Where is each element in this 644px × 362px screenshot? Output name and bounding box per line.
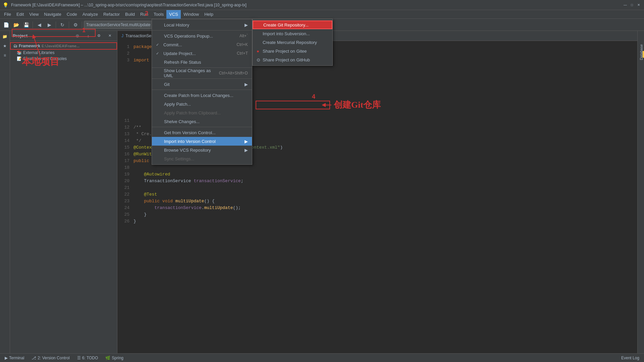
locate-file-button[interactable]: ◎ bbox=[73, 31, 82, 41]
menubar: File Edit View Navigate Code Analyze Ref… bbox=[0, 10, 644, 19]
menu-commit[interactable]: ✓ Commit... Ctrl+K bbox=[152, 40, 252, 49]
right-sidebar: Database bbox=[637, 31, 644, 353]
menu-file[interactable]: File bbox=[1, 10, 14, 19]
framework-label: Framework bbox=[19, 44, 40, 48]
run-config-dropdown[interactable]: TransactionServiceTest.multiUpdate ▾ bbox=[84, 21, 156, 29]
menu-build[interactable]: Build bbox=[122, 10, 138, 19]
vcs-dropdown-menu: Local History ▶ VCS Operations Popup... … bbox=[152, 19, 252, 165]
project-folder-icon: 🗂 bbox=[13, 44, 17, 48]
menu-refactor[interactable]: Refactor bbox=[101, 10, 122, 19]
menu-create-patch[interactable]: Create Patch from Local Changes... bbox=[152, 91, 252, 100]
close-button[interactable]: ✕ bbox=[636, 2, 641, 8]
menu-git[interactable]: Git ▶ bbox=[152, 80, 252, 89]
menu-analyze[interactable]: Analyze bbox=[80, 10, 101, 19]
code-line-18 bbox=[133, 164, 635, 171]
menu-help[interactable]: Help bbox=[202, 10, 216, 19]
uml-label: Show Local Changes as UML bbox=[164, 68, 219, 78]
project-title: Project bbox=[13, 33, 28, 38]
spring-label: Spring bbox=[112, 356, 123, 360]
refresh-label: Refresh File Status bbox=[164, 60, 201, 65]
project-tree: 🗂 Framework E:\Java\IDEA\Frame... 📚 Exte… bbox=[10, 41, 117, 353]
window-controls: — □ ✕ bbox=[623, 2, 641, 8]
update-label: Update Project... bbox=[163, 51, 196, 56]
toolbar-separator-2 bbox=[56, 21, 56, 28]
back-button[interactable]: ◀ bbox=[35, 20, 44, 30]
menu-local-history[interactable]: Local History ▶ bbox=[152, 20, 252, 29]
menu-import-vc[interactable]: Import into Version Control ▶ bbox=[152, 137, 252, 146]
sidebar-favorites-icon[interactable]: ★ bbox=[1, 42, 9, 50]
code-line-26: } bbox=[133, 218, 635, 225]
uml-shortcut: Ctrl+Alt+Shift+D bbox=[219, 71, 248, 75]
submenu-arrow-local: ▶ bbox=[245, 22, 248, 28]
gitee-icon: ● bbox=[257, 49, 263, 54]
menu-edit[interactable]: Edit bbox=[14, 10, 26, 19]
code-line-23: public void multiUpdate() { bbox=[133, 198, 635, 205]
menu-run[interactable]: Run bbox=[138, 10, 151, 19]
terminal-tab[interactable]: ▶ Terminal bbox=[1, 354, 28, 362]
open-button[interactable]: 📂 bbox=[11, 20, 21, 30]
submenu-gitee[interactable]: ● Share Project on Gitee bbox=[253, 47, 332, 55]
menu-code[interactable]: Code bbox=[64, 10, 80, 19]
code-line-25: } bbox=[133, 211, 635, 218]
tree-item-external-libraries[interactable]: 📚 External Libraries bbox=[10, 50, 117, 56]
todo-label: 6: TODO bbox=[82, 356, 98, 360]
line-numbers: 1 2 3 11 12 13 14 15 16 17 18 19 20 21 2… bbox=[117, 41, 131, 353]
menu-sep-4 bbox=[152, 90, 252, 90]
refresh-button[interactable]: ↻ bbox=[58, 20, 67, 30]
menu-show-uml[interactable]: Show Local Changes as UML Ctrl+Alt+Shift… bbox=[152, 69, 252, 77]
tree-item-framework[interactable]: 🗂 Framework E:\Java\IDEA\Frame... bbox=[10, 42, 117, 50]
forward-button[interactable]: ▶ bbox=[45, 20, 54, 30]
new-button[interactable]: 📄 bbox=[1, 20, 11, 30]
submenu-arrow-git: ▶ bbox=[245, 82, 248, 87]
menu-update-project[interactable]: ✓ Update Project... Ctrl+T bbox=[152, 49, 252, 58]
window-title: Framework [E:\Java\IDEA\Framework] – ...… bbox=[11, 3, 623, 7]
menu-apply-patch[interactable]: Apply Patch... bbox=[152, 100, 252, 108]
menu-shelve[interactable]: Shelve Changes... bbox=[152, 117, 252, 126]
menu-navigate[interactable]: Navigate bbox=[41, 10, 64, 19]
git-label: Git bbox=[164, 82, 170, 87]
todo-tab[interactable]: ☰ 6: TODO bbox=[74, 354, 102, 362]
apply-patch-label: Apply Patch... bbox=[164, 102, 191, 107]
submenu-import-svn[interactable]: Import into Subversion... bbox=[253, 29, 332, 38]
get-vcs-label: Get from Version Control... bbox=[164, 130, 216, 135]
import-vc-label: Import into Version Control bbox=[164, 139, 216, 144]
submenu-create-git[interactable]: Create Git Repository... bbox=[253, 20, 332, 29]
menu-view[interactable]: View bbox=[26, 10, 41, 19]
submenu-github[interactable]: ⊙ Share Project on GitHub bbox=[253, 55, 332, 64]
menu-get-vcs[interactable]: Get from Version Control... bbox=[152, 128, 252, 137]
titlebar: 💡 Framework [E:\Java\IDEA\Framework] – .… bbox=[0, 0, 644, 10]
tree-item-scratches[interactable]: 📝 Scratches and Consoles bbox=[10, 56, 117, 62]
menu-vcs[interactable]: VCS bbox=[166, 10, 181, 19]
sidebar-project-icon[interactable]: 📁 bbox=[1, 32, 9, 41]
sidebar-structure-icon[interactable]: ≡ bbox=[1, 51, 9, 60]
menu-refresh-status[interactable]: Refresh File Status bbox=[152, 58, 252, 66]
submenu-mercurial[interactable]: Create Mercurial Repository bbox=[253, 38, 332, 47]
collapse-all-button[interactable]: ↕ bbox=[84, 31, 93, 41]
spring-icon: 🌿 bbox=[105, 356, 110, 360]
browse-vcs-label: Browse VCS Repository bbox=[164, 148, 211, 153]
menu-vcs-ops[interactable]: VCS Operations Popup... Alt+` bbox=[152, 32, 252, 40]
project-settings-button[interactable]: ⚙ bbox=[94, 31, 104, 41]
menu-window[interactable]: Window bbox=[181, 10, 202, 19]
scratches-icon: 📝 bbox=[17, 56, 22, 61]
code-line-24: transactionService.multiUpdate(); bbox=[133, 205, 635, 211]
github-label: Share Project on GitHub bbox=[263, 57, 310, 62]
maximize-button[interactable]: □ bbox=[629, 2, 635, 8]
run-config-label: TransactionServiceTest.multiUpdate bbox=[86, 22, 151, 27]
settings-button[interactable]: ⚙ bbox=[71, 20, 80, 30]
version-control-tab[interactable]: ⎇ 2: Version Control bbox=[28, 354, 73, 362]
commit-shortcut: Ctrl+K bbox=[236, 42, 248, 47]
create-git-label: Create Git Repository... bbox=[263, 22, 309, 28]
patch-label: Create Patch from Local Changes... bbox=[164, 93, 233, 98]
menu-browse-vcs[interactable]: Browse VCS Repository ▶ bbox=[152, 146, 252, 154]
minimize-button[interactable]: — bbox=[623, 2, 628, 8]
commit-label: Commit... bbox=[163, 42, 182, 47]
close-panel-button[interactable]: ✕ bbox=[105, 31, 114, 41]
save-button[interactable]: 💾 bbox=[21, 20, 31, 30]
spring-tab[interactable]: 🌿 Spring bbox=[102, 354, 127, 362]
github-icon: ⊙ bbox=[257, 57, 263, 62]
event-log-tab[interactable]: Event Log bbox=[618, 354, 643, 362]
menu-sep-5 bbox=[152, 127, 252, 127]
menu-tools[interactable]: Tools bbox=[151, 10, 166, 19]
terminal-label: Terminal bbox=[9, 356, 24, 360]
